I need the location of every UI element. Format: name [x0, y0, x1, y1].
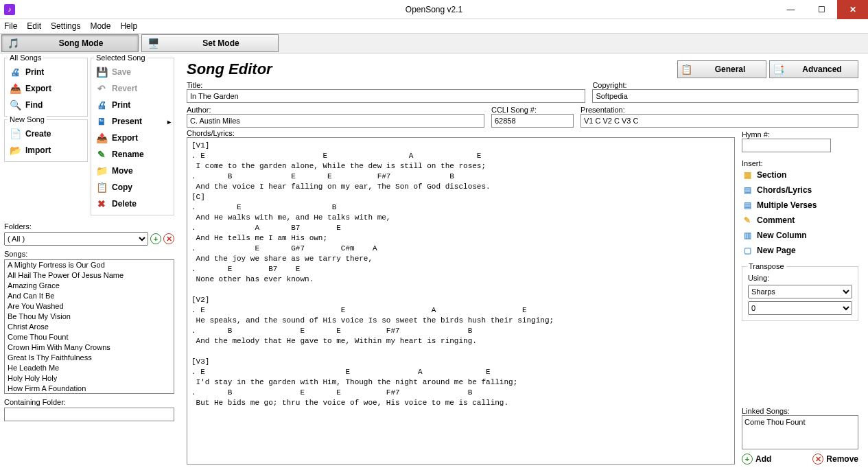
insert-section-button[interactable]: ▦Section	[742, 167, 858, 183]
using-label: Using:	[748, 274, 852, 282]
song-mode-button[interactable]: 🎵 Song Mode	[1, 34, 139, 52]
lyrics-editor[interactable]: [V1] . E E A E I come to the garden alon…	[187, 137, 735, 465]
author-input[interactable]	[187, 114, 484, 128]
create-icon: 📄	[9, 128, 21, 140]
hymn-label: Hymn #:	[742, 130, 858, 139]
title-label: Title:	[187, 81, 585, 89]
selected-song-group: Selected Song 💾Save ↶Revert 🖨Print 🖥Pres…	[91, 58, 174, 215]
hymn-input[interactable]	[742, 139, 831, 152]
export-icon: 📤	[9, 82, 21, 95]
containing-folder-label: Containing Folder:	[4, 398, 174, 406]
song-row[interactable]: A Mighty Fortress is Our God	[5, 260, 174, 270]
containing-folder-input[interactable]	[4, 408, 174, 421]
song-row[interactable]: And Can It Be	[5, 291, 174, 301]
remove-folder-button[interactable]: ✕	[163, 233, 174, 244]
revert-button[interactable]: ↶Revert	[94, 80, 171, 97]
songs-list[interactable]: A Mighty Fortress is Our GodAll Hail The…	[4, 259, 174, 394]
menu-edit[interactable]: Edit	[27, 21, 41, 31]
menubar: File Edit Settings Mode Help	[0, 19, 868, 33]
print-all-button[interactable]: 🖨Print	[8, 64, 84, 80]
find-icon: 🔍	[9, 99, 21, 111]
copyright-label: Copyright:	[592, 81, 858, 89]
maximize-button[interactable]: ☐	[806, 0, 837, 19]
export-icon: 📤	[95, 132, 108, 144]
insert-label: Insert:	[742, 159, 858, 167]
set-mode-button[interactable]: 🖥️ Set Mode	[141, 34, 279, 52]
song-row[interactable]: How Firm A Foundation	[5, 384, 174, 394]
rename-button[interactable]: ✎Rename	[94, 146, 171, 163]
song-row[interactable]: All Hail The Power Of Jesus Name	[5, 270, 174, 281]
delete-button[interactable]: ✖Delete	[94, 196, 171, 212]
menu-settings[interactable]: Settings	[51, 21, 80, 31]
find-button[interactable]: 🔍Find	[8, 97, 84, 113]
insert-chords-button[interactable]: ▤Chords/Lyrics	[742, 183, 858, 198]
remove-icon: ✕	[812, 454, 823, 465]
advanced-tab-icon: 📑	[770, 64, 786, 75]
modebar: 🎵 Song Mode 🖥️ Set Mode	[0, 33, 868, 54]
transpose-group: Transpose Using: Sharps 0	[742, 266, 858, 321]
advanced-tab[interactable]: 📑 Advanced	[769, 60, 858, 78]
save-button[interactable]: 💾Save	[94, 64, 171, 80]
window-title: OpenSong v2.1	[406, 5, 462, 14]
import-icon: 📂	[9, 144, 21, 156]
selected-song-title: Selected Song	[94, 54, 148, 62]
main-area: All Songs 🖨Print 📤Export 🔍Find New Song …	[0, 54, 868, 470]
menu-file[interactable]: File	[4, 21, 17, 31]
sharps-select[interactable]: Sharps	[748, 285, 852, 298]
song-row[interactable]: Crown Him With Many Crowns	[5, 342, 174, 353]
copyright-input[interactable]	[592, 89, 858, 103]
export-all-button[interactable]: 📤Export	[8, 80, 84, 97]
titlebar: ♪ OpenSong v2.1 — ☐ ✕	[0, 0, 868, 19]
save-icon: 💾	[95, 66, 108, 78]
songs-label: Songs:	[4, 250, 174, 258]
export-selected-button[interactable]: 📤Export	[94, 130, 171, 146]
move-button[interactable]: 📁Move	[94, 163, 171, 179]
ccli-input[interactable]	[491, 114, 574, 128]
song-row[interactable]: Christ Arose	[5, 322, 174, 332]
song-row[interactable]: Holy Holy Holy	[5, 373, 174, 384]
song-row[interactable]: Great Is Thy Faithfulness	[5, 353, 174, 363]
new-page-icon: ▢	[742, 245, 753, 256]
print-selected-button[interactable]: 🖨Print	[94, 97, 171, 113]
folders-select[interactable]: ( All )	[4, 232, 148, 246]
window-controls: — ☐ ✕	[775, 0, 868, 19]
insert-multiple-button[interactable]: ▤Multiple Verses	[742, 198, 858, 213]
add-folder-button[interactable]: +	[150, 233, 161, 244]
insert-newpage-button[interactable]: ▢New Page	[742, 243, 858, 258]
song-mode-label: Song Mode	[24, 38, 138, 48]
song-row[interactable]: Come Thou Fount	[5, 332, 174, 342]
editor-right-column: Hymn #: Insert: ▦Section ▤Chords/Lyrics …	[742, 129, 858, 465]
revert-icon: ↶	[95, 82, 108, 95]
insert-newcol-button[interactable]: ▥New Column	[742, 228, 858, 243]
author-label: Author:	[187, 106, 484, 114]
title-input[interactable]	[187, 89, 585, 103]
present-icon: 🖥	[95, 115, 108, 128]
present-button[interactable]: 🖥Present▸	[94, 113, 171, 130]
rename-icon: ✎	[95, 148, 108, 161]
left-panel: All Songs 🖨Print 📤Export 🔍Find New Song …	[0, 54, 178, 470]
add-linked-button[interactable]: +Add	[742, 454, 771, 465]
song-row[interactable]: He Leadeth Me	[5, 363, 174, 373]
chords-lyrics-label: Chords/Lyrics:	[187, 129, 735, 137]
copy-button[interactable]: 📋Copy	[94, 179, 171, 196]
create-button[interactable]: 📄Create	[8, 126, 84, 142]
editor-panel: Song Editor 📋 General 📑 Advanced Title: …	[178, 54, 868, 470]
song-row[interactable]: Are You Washed	[5, 301, 174, 312]
song-row[interactable]: Be Thou My Vision	[5, 312, 174, 322]
menu-help[interactable]: Help	[120, 21, 137, 31]
close-button[interactable]: ✕	[837, 0, 868, 19]
copy-icon: 📋	[95, 181, 108, 193]
insert-comment-button[interactable]: ✎Comment	[742, 213, 858, 228]
song-row[interactable]: Amazing Grace	[5, 281, 174, 291]
print-icon: 🖨	[9, 66, 21, 78]
submenu-arrow-icon: ▸	[167, 118, 171, 126]
minimize-button[interactable]: —	[775, 0, 806, 19]
menu-mode[interactable]: Mode	[90, 21, 110, 31]
transpose-amount-select[interactable]: 0	[748, 301, 852, 315]
import-button[interactable]: 📂Import	[8, 142, 84, 158]
all-songs-group: All Songs 🖨Print 📤Export 🔍Find	[4, 58, 88, 117]
general-tab[interactable]: 📋 General	[677, 60, 766, 78]
remove-linked-button[interactable]: ✕Remove	[812, 454, 858, 465]
linked-songs-list[interactable]: Come Thou Fount	[742, 415, 858, 449]
presentation-input[interactable]	[580, 114, 858, 128]
